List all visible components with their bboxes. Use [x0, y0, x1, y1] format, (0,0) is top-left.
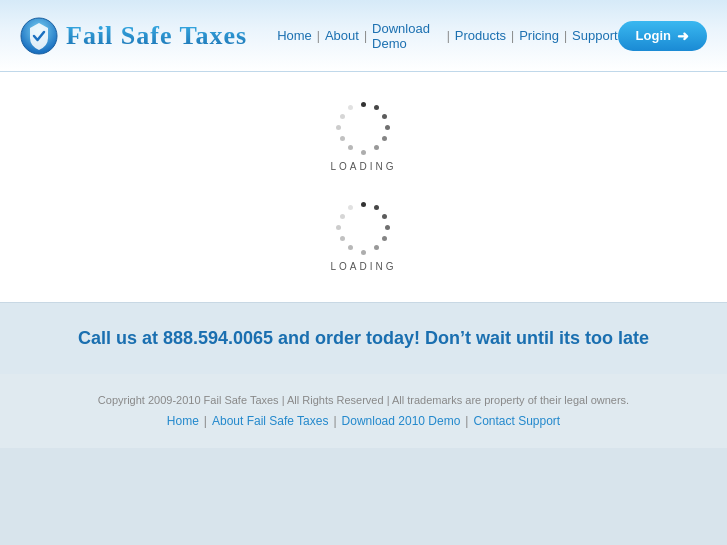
- loading-text-2: LOADING: [330, 261, 396, 272]
- arrow-icon: ➜: [677, 28, 689, 44]
- footer-download-link[interactable]: Download 2010 Demo: [342, 414, 461, 428]
- spinner-2: [336, 202, 391, 257]
- footer-contact-link[interactable]: Contact Support: [473, 414, 560, 428]
- loading-group-2: LOADING: [330, 202, 396, 272]
- loading-text-1: LOADING: [330, 161, 396, 172]
- loading-area: LOADING LOADING: [310, 72, 416, 302]
- footer-section: Copyright 2009-2010 Fail Safe Taxes | Al…: [0, 374, 727, 448]
- logo-icon: [20, 17, 58, 55]
- nav-pricing[interactable]: Pricing: [519, 28, 559, 43]
- logo-text: Fail Safe Taxes: [66, 21, 247, 51]
- bottom-gray-area: [0, 448, 727, 545]
- nav-sep-3: |: [447, 29, 450, 43]
- nav-sep-4: |: [511, 29, 514, 43]
- nav-about[interactable]: About: [325, 28, 359, 43]
- login-button[interactable]: Login ➜: [618, 21, 707, 51]
- footer-sep-3: |: [465, 414, 468, 428]
- nav-sep-2: |: [364, 29, 367, 43]
- navigation: Home | About | Download Demo | Products …: [247, 21, 617, 51]
- nav-products[interactable]: Products: [455, 28, 506, 43]
- footer-sep-2: |: [333, 414, 336, 428]
- nav-sep-1: |: [317, 29, 320, 43]
- loading-group-1: LOADING: [330, 102, 396, 172]
- main-content: LOADING LOADING: [0, 72, 727, 302]
- login-label: Login: [636, 28, 671, 43]
- footer-links: Home | About Fail Safe Taxes | Download …: [40, 414, 687, 428]
- spinner-1: [336, 102, 391, 157]
- footer-home-link[interactable]: Home: [167, 414, 199, 428]
- header: Fail Safe Taxes Home | About | Download …: [0, 0, 727, 72]
- footer-sep-1: |: [204, 414, 207, 428]
- nav-support[interactable]: Support: [572, 28, 618, 43]
- footer-about-link[interactable]: About Fail Safe Taxes: [212, 414, 329, 428]
- cta-text: Call us at 888.594.0065 and order today!…: [40, 328, 687, 349]
- nav-download-demo[interactable]: Download Demo: [372, 21, 442, 51]
- cta-section: Call us at 888.594.0065 and order today!…: [0, 302, 727, 374]
- nav-sep-5: |: [564, 29, 567, 43]
- nav-home[interactable]: Home: [277, 28, 312, 43]
- logo-area: Fail Safe Taxes: [20, 17, 247, 55]
- copyright-text: Copyright 2009-2010 Fail Safe Taxes | Al…: [40, 394, 687, 406]
